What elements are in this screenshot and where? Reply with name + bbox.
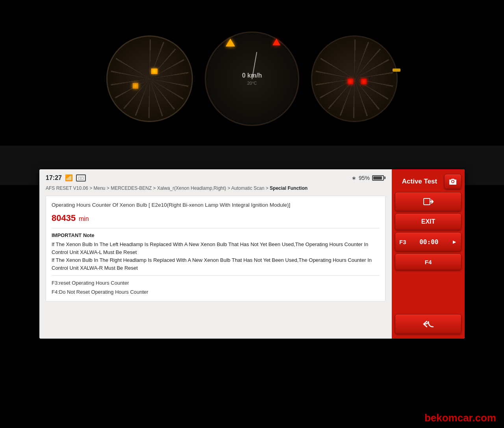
active-test-header: Active Test — [395, 172, 461, 190]
status-left: 17:27 📶 □□ — [46, 174, 86, 182]
breadcrumb-path: AFS RESET V10.06 > Menu > MERCEDES-BENZ … — [46, 185, 270, 191]
brand-colored: car — [458, 412, 472, 424]
exit-arrow-button[interactable] — [395, 192, 461, 211]
counter-title: Operating Hours Counter Of Xenon Bulb [ … — [52, 201, 380, 209]
center-gauge: 0 km/h 20°C — [205, 31, 299, 126]
function-labels: F3:reset Operating Hours Counter F4:Do N… — [52, 279, 380, 296]
wifi-icon: 📶 — [65, 174, 73, 182]
back-button[interactable] — [395, 314, 461, 334]
divider-2 — [52, 275, 380, 276]
divider-1 — [52, 228, 380, 228]
counter-row: 80435 min — [52, 211, 380, 225]
brand-normal: bekom — [424, 412, 458, 424]
counter-unit: min — [79, 215, 89, 222]
brand-suffix: .com — [472, 412, 496, 424]
f3-label: F3:reset Operating Hours Counter — [52, 279, 380, 287]
timer-display: 00:00 — [419, 238, 438, 246]
exit-arrow-icon — [423, 197, 434, 206]
exit-button[interactable]: EXIT — [395, 213, 461, 230]
left-gauge — [106, 35, 193, 122]
right-panel: Active Test EXIT F3 00:00 ► — [392, 169, 465, 339]
f3-timer-button[interactable]: F3 00:00 ► — [395, 232, 461, 251]
play-icon: ► — [452, 239, 457, 245]
tablet-screen: 17:27 📶 □□ ∗ 95% — [39, 169, 465, 339]
right-gauge — [311, 35, 398, 122]
status-bar: 17:27 📶 □□ ∗ 95% — [46, 174, 385, 182]
important-note: IMPORTANT Note If The Xenon Bulb In The … — [52, 232, 380, 272]
battery-percent: 95% — [359, 175, 370, 181]
active-test-title: Active Test — [395, 178, 444, 185]
f4-button-label: F4 — [425, 259, 432, 265]
main-content-box: Operating Hours Counter Of Xenon Bulb [ … — [46, 196, 385, 302]
breadcrumb-current: Special Function — [270, 185, 308, 191]
bluetooth-icon: ∗ — [352, 175, 356, 181]
content-panel: 17:27 📶 □□ ∗ 95% — [39, 169, 392, 339]
counter-value: 80435 — [52, 213, 76, 223]
f4-button[interactable]: F4 — [395, 254, 461, 270]
f3-label: F3 — [399, 239, 406, 245]
signal-icon: □□ — [76, 174, 86, 182]
exit-button-label: EXIT — [421, 218, 435, 225]
svg-rect-0 — [424, 198, 430, 205]
battery-icon — [372, 175, 385, 181]
temp-display: 20°C — [242, 81, 262, 85]
breadcrumb: AFS RESET V10.06 > Menu > MERCEDES-BENZ … — [46, 185, 385, 192]
note-body: If The Xenon Bulb In The Left Headlamp I… — [52, 241, 380, 272]
status-right: ∗ 95% — [352, 175, 385, 181]
note-heading: IMPORTANT Note — [52, 232, 380, 239]
brand-text: bekomcar.com — [424, 412, 496, 424]
dashboard-background: 0 km/h 20°C — [0, 0, 504, 150]
back-arrow-icon — [423, 320, 434, 328]
camera-button[interactable] — [444, 174, 461, 189]
gauge-cluster: 0 km/h 20°C — [106, 31, 398, 126]
camera-icon — [448, 178, 457, 185]
bottom-area: bekomcar.com — [0, 366, 504, 428]
status-time: 17:27 — [46, 174, 62, 182]
f4-label: F4:Do Not Reset Operating Hours Counter — [52, 288, 380, 296]
